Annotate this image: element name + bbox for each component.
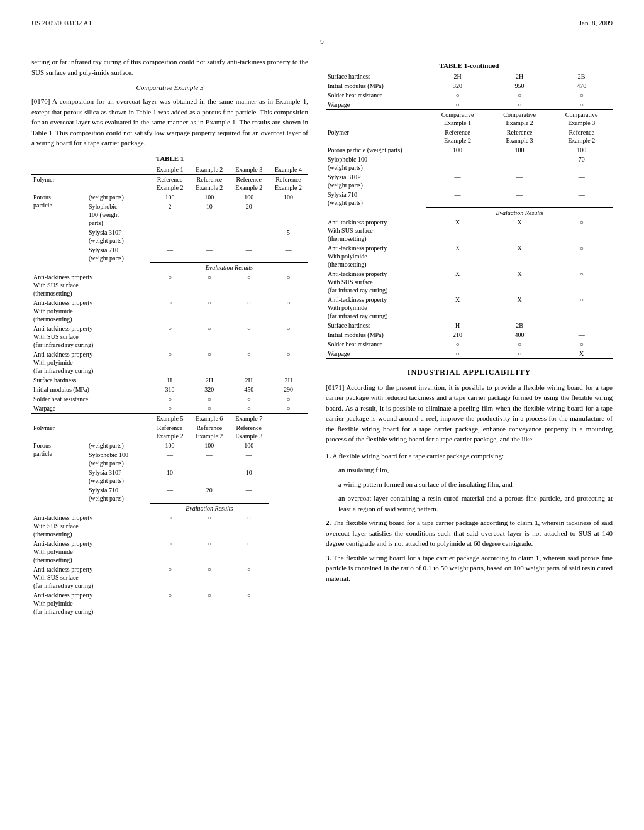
table-row: Initial modulus (MPa) 210 400 — xyxy=(326,330,613,340)
right-column: TABLE 1-continued Surface hardness 2H 2H… xyxy=(326,57,613,616)
table-row: Anti-tackiness propertyWith SUS surface(… xyxy=(31,324,308,350)
table-row: Porousparticle (weight parts) 100 100 10… xyxy=(31,192,308,202)
page-number: 9 xyxy=(31,38,613,45)
claim-1-item3: an overcoat layer containing a resin cur… xyxy=(326,493,613,514)
industrial-title: INDUSTRIAL APPLICABILITY xyxy=(326,368,613,377)
table1-continued-title: TABLE 1-continued xyxy=(326,62,613,69)
table-row: Warpage ○ ○ X xyxy=(326,349,613,359)
table-row: Anti-tackiness propertyWith SUS surface(… xyxy=(31,565,308,590)
table-row: Sylysia 310P(weight parts) — — — xyxy=(326,172,613,190)
table-row: Polymer ReferenceExample 2 ReferenceExam… xyxy=(31,423,308,441)
comp-example3-title: Comparative Example 3 xyxy=(31,84,308,91)
table-row: Sylysia 710(weight parts) — — — xyxy=(326,190,613,208)
table-row: Porousparticle (weight parts) 100 100 10… xyxy=(31,441,308,450)
left-column: setting or far infrared ray curing of th… xyxy=(31,57,308,616)
table-row: Anti-tackiness propertyWith SUS surface(… xyxy=(326,269,613,295)
main-content: setting or far infrared ray curing of th… xyxy=(31,57,613,616)
table-row: Example 1 Example 2 Example 3 Example 4 xyxy=(31,165,308,175)
claim-1: 1. A flexible wiring board for a tape ca… xyxy=(326,451,613,462)
table1-title: TABLE 1 xyxy=(31,155,308,162)
table-row: Evaluation Results xyxy=(31,263,308,273)
table1-continued: Surface hardness 2H 2H 2B Initial modulu… xyxy=(326,72,613,359)
table-row: Evaluation Results xyxy=(31,503,308,513)
table-row: Initial modulus (MPa) 320 950 470 xyxy=(326,81,613,91)
claim-3: 3. The flexible wiring board for a tape … xyxy=(326,553,613,584)
header-right: Jan. 8, 2009 xyxy=(579,19,613,26)
table-row: Warpage ○ ○ ○ ○ xyxy=(31,404,308,414)
table-row: Surface hardness H 2B — xyxy=(326,321,613,330)
table-row: Anti-tackiness propertyWith SUS surface(… xyxy=(31,513,308,539)
table-row: Solder heat resistance ○ ○ ○ xyxy=(326,91,613,100)
table-row: Polymer ReferenceExample 2 ReferenceExam… xyxy=(31,174,308,192)
table-row: Surface hardness 2H 2H 2B xyxy=(326,72,613,81)
table-row: Anti-tackiness propertyWith polyimide(fa… xyxy=(31,590,308,616)
table-row: Polymer ReferenceExample 2 ReferenceExam… xyxy=(326,128,613,145)
table-row: Porous particle (weight parts) 100 100 1… xyxy=(326,145,613,155)
table-row: Anti-tackiness propertyWith polyimide(th… xyxy=(31,539,308,565)
table-row: Warpage ○ ○ ○ xyxy=(326,100,613,110)
table-row: Anti-tackiness propertyWith polyimide(th… xyxy=(326,243,613,269)
table-row: Anti-tackiness propertyWith polyimide(fa… xyxy=(326,295,613,321)
claim-2: 2. The flexible wiring board for a tape … xyxy=(326,517,613,549)
claim-1-item2: a wiring pattern formed on a surface of … xyxy=(326,479,613,490)
intro-paragraph: setting or far infrared ray curing of th… xyxy=(31,57,308,77)
table-row: Solder heat resistance ○ ○ ○ xyxy=(326,340,613,349)
table-row: Surface hardness H 2H 2H 2H xyxy=(31,375,308,385)
table1: Example 1 Example 2 Example 3 Example 4 … xyxy=(31,165,308,616)
table-row: ComparativeExample 1 ComparativeExample … xyxy=(326,110,613,128)
table-row: Evaluation Results xyxy=(326,208,613,218)
table-row: Example 5 Example 6 Example 7 xyxy=(31,414,308,424)
header-left: US 2009/0008132 A1 xyxy=(31,19,92,26)
table-row: Solder heat resistance ○ ○ ○ ○ xyxy=(31,394,308,404)
table-row: Sylophobic 100(weight parts) — — 70 xyxy=(326,155,613,172)
comp-example3-para: [0170] A composition for an overcoat lay… xyxy=(31,96,308,148)
page-header: US 2009/0008132 A1 Jan. 8, 2009 xyxy=(31,19,613,26)
industrial-para: [0171] According to the present inventio… xyxy=(326,382,613,445)
table-row: Initial modulus (MPa) 310 320 450 290 xyxy=(31,385,308,394)
claims-section: 1. A flexible wiring board for a tape ca… xyxy=(326,451,613,584)
table-row: Anti-tackiness propertyWith SUS surface(… xyxy=(326,218,613,243)
table-row: Anti-tackiness propertyWith polyimide(fa… xyxy=(31,350,308,375)
table-row: Anti-tackiness propertyWith polyimide(th… xyxy=(31,298,308,324)
table-row: Anti-tackiness propertyWith SUS surface(… xyxy=(31,272,308,298)
claim-1-item1: an insulating film, xyxy=(326,465,613,475)
